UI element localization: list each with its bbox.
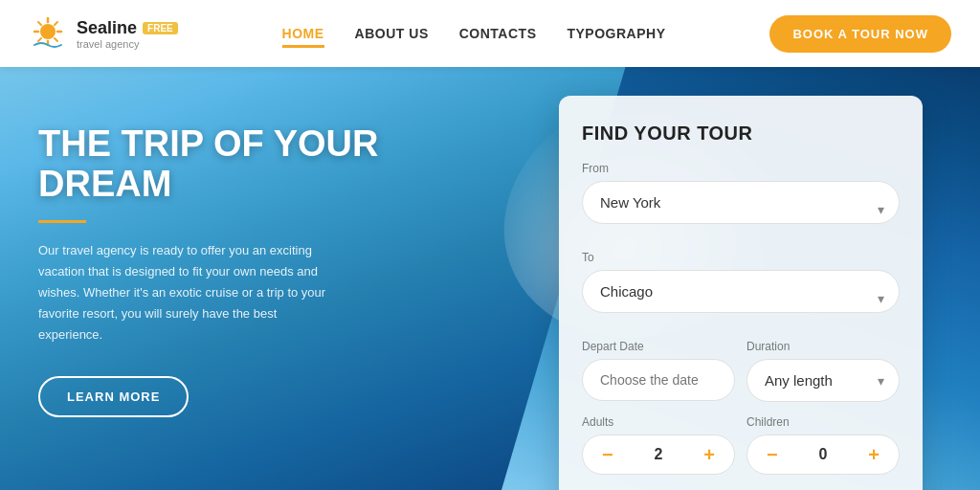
logo-text: Sealine FREE travel agency <box>77 18 178 50</box>
hero-description: Our travel agency is ready to offer you … <box>38 240 345 345</box>
duration-select-wrap: Any length 1 week 2 weeks 1 month ▾ <box>746 359 900 402</box>
from-select[interactable]: New York Los Angeles Chicago Houston <box>582 181 900 224</box>
book-tour-button[interactable]: BOOK A TOUR NOW <box>769 15 951 53</box>
depart-label: Depart Date <box>582 340 735 353</box>
children-label: Children <box>746 415 900 429</box>
counter-row: Adults − 2 + Children − 0 + <box>582 415 900 475</box>
nav-item-contacts[interactable]: CONTACTS <box>459 25 537 42</box>
to-select-wrap: Chicago New York Miami Seattle ▾ <box>582 270 900 326</box>
logo-subtitle: travel agency <box>77 38 178 50</box>
logo-icon <box>29 14 67 53</box>
nav-item-home[interactable]: HOME <box>282 25 324 42</box>
adults-value: 2 <box>655 446 663 463</box>
adults-group: Adults − 2 + <box>582 415 735 475</box>
svg-line-7 <box>55 22 57 25</box>
svg-line-5 <box>38 22 41 25</box>
children-value: 0 <box>819 446 828 463</box>
adults-increment-button[interactable]: + <box>700 445 719 464</box>
svg-line-8 <box>38 38 41 41</box>
children-group: Children − 0 + <box>746 415 900 475</box>
duration-select[interactable]: Any length 1 week 2 weeks 1 month <box>746 359 900 402</box>
depart-date-group: Depart Date <box>582 340 735 402</box>
hero-divider <box>38 220 86 223</box>
adults-label: Adults <box>582 415 735 429</box>
nav-item-about[interactable]: ABOUT US <box>355 25 429 42</box>
nav-link-about[interactable]: ABOUT US <box>355 26 429 41</box>
nav-link-typography[interactable]: TYPOGRAPHY <box>567 26 665 41</box>
hero-content: THE TRIP OF YOUR DREAM Our travel agency… <box>38 124 402 417</box>
children-counter: − 0 + <box>746 434 900 475</box>
nav-item-typography[interactable]: TYPOGRAPHY <box>567 25 665 42</box>
children-increment-button[interactable]: + <box>864 445 883 464</box>
duration-group: Duration Any length 1 week 2 weeks 1 mon… <box>746 340 900 402</box>
learn-more-button[interactable]: LEARN MORE <box>38 376 189 417</box>
navbar: Sealine FREE travel agency HOME ABOUT US… <box>0 0 980 67</box>
to-label: To <box>582 251 900 264</box>
nav-links: HOME ABOUT US CONTACTS TYPOGRAPHY <box>282 25 666 42</box>
children-decrement-button[interactable]: − <box>763 445 782 464</box>
date-duration-row: Depart Date Duration Any length 1 week 2… <box>582 340 900 402</box>
duration-label: Duration <box>746 340 900 353</box>
depart-date-input[interactable] <box>582 359 735 401</box>
adults-counter: − 2 + <box>582 434 735 475</box>
svg-line-6 <box>55 38 57 41</box>
adults-decrement-button[interactable]: − <box>598 445 617 464</box>
nav-link-contacts[interactable]: CONTACTS <box>459 26 537 41</box>
panel-title: FIND YOUR TOUR <box>582 122 900 145</box>
nav-link-home[interactable]: HOME <box>282 26 324 48</box>
from-select-wrap: New York Los Angeles Chicago Houston ▾ <box>582 181 900 237</box>
hero-title: THE TRIP OF YOUR DREAM <box>38 124 402 205</box>
tour-panel: FIND YOUR TOUR From New York Los Angeles… <box>559 96 923 490</box>
free-badge: FREE <box>143 22 178 34</box>
logo-area: Sealine FREE travel agency <box>29 14 178 53</box>
svg-point-0 <box>40 24 56 39</box>
from-label: From <box>582 162 900 175</box>
to-select[interactable]: Chicago New York Miami Seattle <box>582 270 900 313</box>
logo-name-text: Sealine FREE <box>77 18 178 38</box>
